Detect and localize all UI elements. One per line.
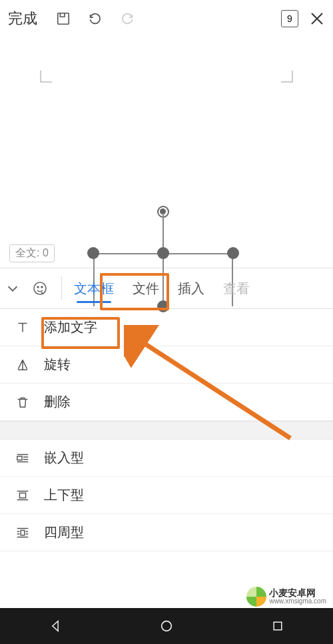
text-icon (12, 320, 33, 335)
wrap-around-icon (12, 525, 33, 540)
menu-wrap-inline[interactable]: 嵌入型 (0, 440, 333, 477)
done-button[interactable]: 完成 (8, 9, 37, 29)
trash-icon (12, 395, 33, 410)
nav-back-icon[interactable] (49, 619, 62, 633)
top-toolbar: 完成 9 (0, 0, 333, 37)
watermark-logo-icon (246, 587, 266, 607)
svg-point-1 (34, 282, 46, 294)
svg-rect-9 (274, 622, 282, 630)
margin-corner-tl (40, 71, 52, 83)
svg-point-3 (41, 286, 43, 288)
nav-recent-icon[interactable] (271, 619, 284, 633)
textbox-menu: 添加文字 旋转 删除 嵌入型 上下型 四周型 (0, 309, 333, 551)
section-divider (0, 421, 333, 440)
tab-textbox[interactable]: 文本框 (65, 274, 123, 303)
menu-add-text[interactable]: 添加文字 (0, 309, 333, 346)
menu-rotate[interactable]: 旋转 (0, 346, 333, 384)
nav-home-icon[interactable] (159, 619, 174, 633)
undo-icon[interactable] (83, 6, 108, 31)
collapse-panel-icon[interactable] (5, 281, 32, 296)
document-canvas[interactable]: 全文: 0 (0, 37, 333, 268)
menu-delete[interactable]: 删除 (0, 384, 333, 421)
svg-rect-0 (58, 13, 69, 25)
tab-insert[interactable]: 插入 (168, 274, 214, 303)
resize-handle[interactable] (87, 247, 99, 259)
wrap-topbottom-icon (12, 488, 33, 503)
svg-point-8 (162, 621, 172, 631)
margin-corner-tr (281, 71, 293, 83)
save-icon[interactable] (51, 6, 76, 31)
menu-wrap-topbottom[interactable]: 上下型 (0, 477, 333, 514)
resize-handle[interactable] (157, 247, 169, 259)
svg-rect-5 (19, 493, 25, 497)
resize-handle[interactable] (227, 247, 239, 259)
assistant-icon[interactable] (32, 280, 59, 296)
tab-file[interactable]: 文件 (123, 274, 168, 303)
word-count-badge: 全文: 0 (9, 244, 55, 262)
android-nav-bar (0, 608, 333, 644)
rotate-icon (12, 358, 33, 372)
menu-wrap-around[interactable]: 四周型 (0, 514, 333, 551)
svg-rect-4 (17, 456, 22, 460)
close-icon[interactable] (309, 11, 325, 27)
watermark: 小麦安卓网 www.xmsigma.com (244, 585, 329, 608)
tab-view[interactable]: 查看 (214, 274, 259, 303)
svg-rect-6 (21, 530, 25, 535)
svg-point-2 (37, 286, 39, 288)
redo-icon (115, 6, 140, 31)
wrap-inline-icon (12, 451, 33, 466)
page-count-button[interactable]: 9 (281, 10, 298, 27)
